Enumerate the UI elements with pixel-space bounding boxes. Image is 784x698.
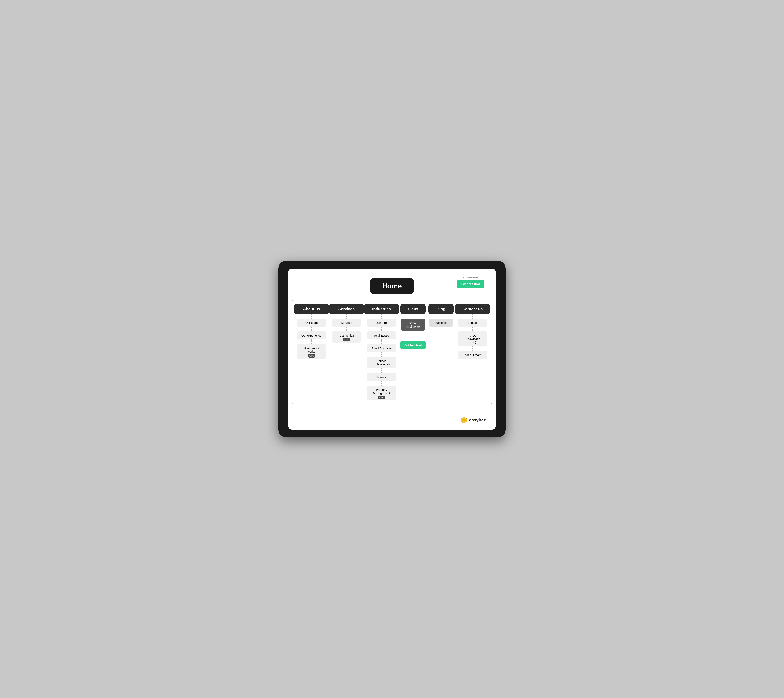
- get-free-trial-plans-button[interactable]: Get free trial: [400, 341, 426, 350]
- item-real-estate[interactable]: Real Estate: [367, 332, 397, 340]
- item-small-business[interactable]: Small Business: [367, 344, 397, 352]
- col-about: About us Our team Our experience How doe…: [294, 304, 329, 359]
- item-law-firm[interactable]: Law Firm: [367, 319, 397, 327]
- col-contact: Contact us Contact FAQs (Knowledge base)…: [455, 304, 490, 359]
- diagram-container: About us Our team Our experience How doe…: [292, 300, 492, 404]
- col-industries: Industries Law Firm Real Estate Small Bu…: [364, 304, 399, 400]
- connector: [381, 314, 382, 319]
- connector: [311, 327, 311, 332]
- cta-badge-property: CTA: [378, 396, 385, 399]
- item-how-does-it-work[interactable]: How does it work? CTA: [296, 344, 326, 359]
- item-service-professionals[interactable]: Service professionals: [367, 357, 397, 368]
- col-services: Services Services Testimonials CTA: [329, 304, 364, 343]
- connector: [473, 346, 473, 351]
- home-node[interactable]: Home: [371, 279, 413, 294]
- get-free-trial-top-button[interactable]: Get free trial: [457, 280, 484, 288]
- easybee-logo-icon: [460, 417, 468, 424]
- connector: [381, 381, 382, 386]
- col-header-contact: Contact us: [455, 304, 490, 314]
- svg-point-2: [462, 419, 463, 419]
- svg-point-4: [462, 420, 463, 421]
- cta-note: *CTA inteligente: [457, 277, 484, 279]
- connector: [346, 314, 347, 319]
- cta-top-right: *CTA inteligente Get free trial: [457, 277, 484, 288]
- col-header-industries: Industries: [364, 304, 399, 314]
- cta-badge-how: CTA: [308, 354, 315, 358]
- col-header-plans: Plans: [400, 304, 426, 314]
- connector: [381, 368, 382, 373]
- col-blog: Blog Subscribe: [427, 304, 455, 327]
- connector: [381, 340, 382, 344]
- item-finance[interactable]: Finance: [367, 373, 397, 381]
- logo-area: easybee: [460, 417, 486, 424]
- connector: [311, 340, 311, 344]
- item-testimonials[interactable]: Testimonials CTA: [332, 332, 361, 343]
- item-our-experience[interactable]: Our experience: [296, 332, 326, 340]
- item-services[interactable]: Services: [332, 319, 361, 327]
- svg-point-3: [465, 419, 466, 419]
- item-our-team[interactable]: Our team: [296, 319, 326, 327]
- item-cta-inteligente[interactable]: CTA Inteligente: [401, 319, 425, 331]
- screen: Home *CTA inteligente Get free trial Abo…: [288, 269, 496, 429]
- item-join-our-team[interactable]: Join our team: [458, 351, 488, 359]
- col-header-blog: Blog: [428, 304, 454, 314]
- svg-point-5: [465, 420, 466, 421]
- connector: [311, 314, 311, 319]
- item-faqs[interactable]: FAQs (Knowledge base): [458, 332, 488, 346]
- connector: [441, 314, 441, 319]
- col-plans: Plans CTA Inteligente Get free trial: [399, 304, 427, 350]
- cta-badge-testimonials: CTA: [343, 338, 350, 342]
- connector: [381, 352, 382, 357]
- device-frame: Home *CTA inteligente Get free trial Abo…: [278, 261, 506, 437]
- connector: [473, 327, 473, 332]
- connector: [346, 327, 347, 332]
- logo-text: easybee: [469, 417, 486, 422]
- connector: [381, 327, 382, 332]
- connector: [473, 314, 473, 319]
- item-subscribe[interactable]: Subscribe: [429, 319, 453, 327]
- item-contact[interactable]: Contact: [458, 319, 488, 327]
- col-header-services: Services: [329, 304, 364, 314]
- svg-point-1: [463, 419, 465, 421]
- connector: [413, 314, 413, 319]
- item-property-management[interactable]: Property Management CTA: [367, 386, 397, 400]
- col-header-about: About us: [294, 304, 329, 314]
